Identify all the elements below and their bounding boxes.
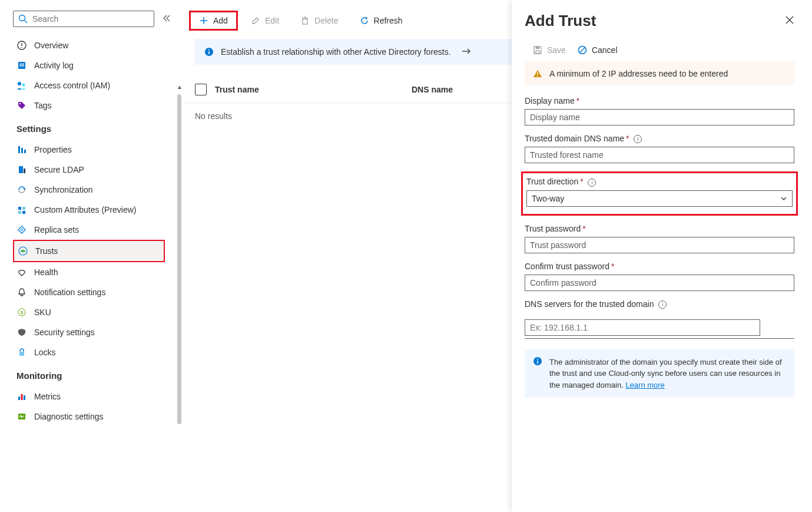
select-all-checkbox[interactable] xyxy=(195,84,207,95)
learn-more-link[interactable]: Learn more xyxy=(625,381,664,389)
svg-rect-11 xyxy=(18,146,20,153)
ldap-icon xyxy=(16,164,27,175)
delete-button[interactable]: Delete xyxy=(292,12,346,29)
nav-label: Locks xyxy=(34,348,56,357)
close-icon[interactable] xyxy=(785,15,794,27)
svg-rect-20 xyxy=(22,211,25,214)
svg-rect-17 xyxy=(18,207,21,210)
warning-icon xyxy=(533,69,542,78)
panel-title: Add Trust xyxy=(525,12,596,30)
nav-custom-attributes[interactable]: Custom Attributes (Preview) xyxy=(13,200,165,220)
svg-point-10 xyxy=(19,103,21,104)
nav-label: Notification settings xyxy=(34,288,105,297)
svg-point-8 xyxy=(18,82,21,85)
confirm-password-label: Confirm trust password* xyxy=(525,262,794,271)
section-settings: Settings xyxy=(13,115,165,140)
nav-health[interactable]: Health xyxy=(13,262,165,282)
refresh-button[interactable]: Refresh xyxy=(352,12,411,29)
info-hint-icon[interactable]: i xyxy=(588,179,596,187)
svg-rect-19 xyxy=(18,211,21,214)
nav-trusts[interactable]: Trusts xyxy=(13,240,165,262)
diagnostic-icon xyxy=(16,411,27,422)
edit-icon xyxy=(251,16,260,25)
nav-label: SKU xyxy=(34,308,51,317)
scrollbar-thumb[interactable] xyxy=(177,94,181,424)
svg-marker-36 xyxy=(366,17,368,19)
nav-label: Overview xyxy=(34,41,68,50)
svg-text:$: $ xyxy=(21,310,24,315)
nav-secure-ldap[interactable]: Secure LDAP xyxy=(13,160,165,180)
nav-locks[interactable]: Locks xyxy=(13,342,165,362)
display-name-input[interactable] xyxy=(525,109,794,125)
svg-rect-14 xyxy=(19,166,23,173)
confirm-password-input[interactable] xyxy=(525,275,794,291)
nav-security-settings[interactable]: Security settings xyxy=(13,322,165,342)
svg-rect-33 xyxy=(303,19,307,24)
cancel-icon xyxy=(578,45,587,55)
shield-icon xyxy=(16,327,27,338)
section-monitoring: Monitoring xyxy=(13,362,165,387)
add-label: Add xyxy=(213,16,228,25)
cancel-label: Cancel xyxy=(592,45,618,55)
info-icon xyxy=(533,356,542,366)
nav-metrics[interactable]: Metrics xyxy=(13,387,165,407)
search-box[interactable] xyxy=(13,11,154,27)
trash-icon xyxy=(300,16,310,25)
dns-servers-input[interactable] xyxy=(525,319,760,336)
warning-box: A minimum of 2 IP addresses need to be e… xyxy=(525,62,794,85)
save-button[interactable]: Save xyxy=(533,45,566,55)
search-input[interactable] xyxy=(32,14,149,24)
trust-password-label: Trust password* xyxy=(525,224,794,233)
svg-line-1 xyxy=(25,21,28,24)
delete-label: Delete xyxy=(314,16,338,25)
svg-rect-27 xyxy=(18,397,20,400)
info-icon xyxy=(204,47,214,57)
trust-direction-label: Trust direction* i xyxy=(526,177,793,186)
svg-marker-22 xyxy=(20,228,24,232)
svg-point-0 xyxy=(19,15,25,21)
replica-icon xyxy=(16,224,27,235)
edit-button[interactable]: Edit xyxy=(243,12,287,29)
svg-rect-6 xyxy=(19,64,24,65)
nav-diagnostic-settings[interactable]: Diagnostic settings xyxy=(13,407,165,427)
nav-replica-sets[interactable]: Replica sets xyxy=(13,220,165,240)
log-icon xyxy=(16,60,27,71)
nav-overview[interactable]: Overview xyxy=(13,35,165,55)
svg-rect-26 xyxy=(19,352,24,356)
health-icon xyxy=(16,267,27,278)
svg-point-50 xyxy=(537,75,538,77)
svg-rect-12 xyxy=(21,148,23,153)
nav-notification-settings[interactable]: Notification settings xyxy=(13,282,165,302)
nav-activity-log[interactable]: Activity log xyxy=(13,55,165,75)
iam-icon xyxy=(16,80,27,91)
nav-access-control[interactable]: Access control (IAM) xyxy=(13,75,165,95)
refresh-label: Refresh xyxy=(374,16,403,25)
dns-servers-label: DNS servers for the trusted domain i xyxy=(525,299,794,309)
trust-direction-select[interactable]: Two-way xyxy=(526,190,793,207)
svg-point-39 xyxy=(208,49,210,51)
nav-properties[interactable]: Properties xyxy=(13,140,165,160)
nav-label: Activity log xyxy=(34,61,74,70)
collapse-sidebar-icon[interactable] xyxy=(163,14,171,24)
nav-label: Tags xyxy=(34,101,52,110)
search-icon xyxy=(18,14,28,24)
bell-icon xyxy=(16,287,27,298)
svg-rect-18 xyxy=(22,207,25,210)
svg-rect-44 xyxy=(536,51,539,54)
svg-point-4 xyxy=(21,47,22,48)
sku-icon: $ xyxy=(16,307,27,318)
nav-tags[interactable]: Tags xyxy=(13,95,165,115)
info-hint-icon[interactable]: i xyxy=(634,135,642,143)
svg-point-53 xyxy=(537,358,538,359)
display-name-label: Display name* xyxy=(525,96,794,105)
metrics-icon xyxy=(16,391,27,402)
nav-label: Custom Attributes (Preview) xyxy=(34,205,137,214)
info-hint-icon[interactable]: i xyxy=(658,300,667,309)
trust-password-input[interactable] xyxy=(525,237,794,253)
refresh-icon xyxy=(360,16,369,25)
nav-sku[interactable]: $ SKU xyxy=(13,302,165,322)
dns-name-input[interactable] xyxy=(525,147,794,163)
cancel-button[interactable]: Cancel xyxy=(578,45,618,55)
nav-synchronization[interactable]: Synchronization xyxy=(13,180,165,200)
add-button[interactable]: Add xyxy=(189,11,238,31)
